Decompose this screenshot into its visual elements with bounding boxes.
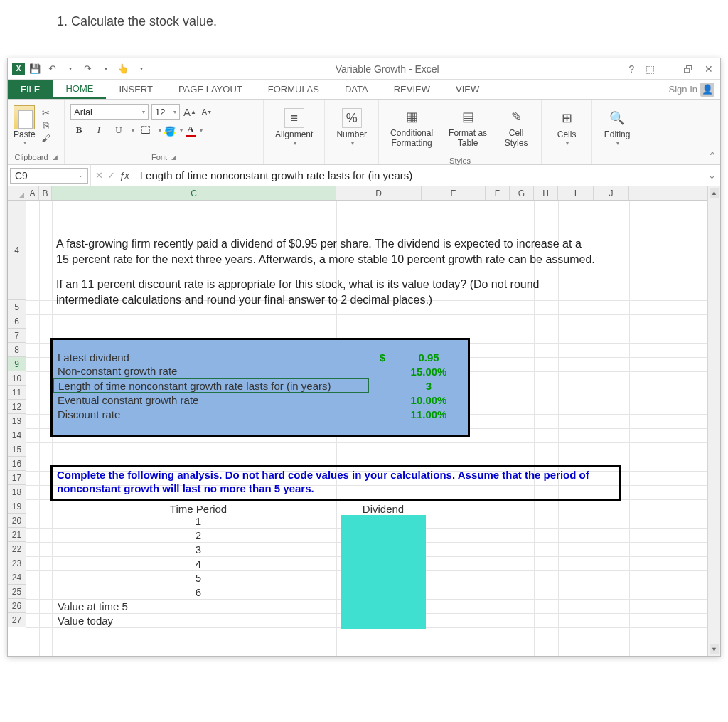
fill-color-button[interactable]: 🪣 bbox=[164, 126, 176, 134]
cell-c20[interactable]: 3 bbox=[56, 543, 341, 558]
font-name-select[interactable]: Arial▾ bbox=[70, 104, 149, 120]
cell-d20[interactable] bbox=[341, 543, 426, 558]
name-box-caret-icon[interactable]: ⌄ bbox=[78, 172, 83, 179]
tab-page-layout[interactable]: PAGE LAYOUT bbox=[166, 80, 255, 99]
help-icon[interactable]: ? bbox=[626, 63, 637, 75]
select-all-button[interactable] bbox=[8, 186, 26, 201]
grow-font-icon[interactable]: A▲ bbox=[183, 104, 197, 120]
tab-view[interactable]: VIEW bbox=[443, 80, 492, 99]
row-11[interactable]: 11 bbox=[8, 386, 26, 400]
cell-styles-button[interactable]: ✎ Cell Styles bbox=[497, 102, 535, 152]
cancel-formula-icon[interactable]: ✕ bbox=[95, 170, 103, 181]
underline-caret-icon[interactable]: ▾ bbox=[132, 127, 134, 134]
tab-review[interactable]: REVIEW bbox=[381, 80, 443, 99]
cell-d9[interactable]: 3 bbox=[390, 378, 468, 393]
undo-icon[interactable]: ↶ bbox=[45, 62, 59, 76]
cell-c11[interactable]: Discount rate bbox=[53, 407, 368, 421]
shrink-font-icon[interactable]: A▼ bbox=[200, 104, 214, 120]
row-12[interactable]: 12 bbox=[8, 400, 26, 414]
cell-c25[interactable]: Value today bbox=[56, 615, 341, 629]
row-23[interactable]: 23 bbox=[8, 556, 26, 570]
restore-icon[interactable]: 🗗 bbox=[680, 63, 696, 75]
redo-icon[interactable]: ↷ bbox=[80, 62, 95, 76]
cell-d21[interactable] bbox=[341, 558, 426, 572]
row-19[interactable]: 19 bbox=[8, 499, 26, 514]
tab-data[interactable]: DATA bbox=[332, 80, 381, 99]
collapse-ribbon-icon[interactable]: ^ bbox=[705, 145, 720, 164]
cell-d22[interactable] bbox=[341, 572, 426, 586]
scroll-up-icon[interactable]: ▲ bbox=[710, 188, 719, 198]
vertical-scrollbar[interactable]: ▲ ▼ bbox=[707, 186, 720, 656]
row-16[interactable]: 16 bbox=[8, 457, 26, 471]
cell-d7[interactable]: 0.95 bbox=[390, 350, 468, 364]
row-headers[interactable]: 4 5 6 7 8 9 10 11 12 13 14 15 16 17 18 1… bbox=[8, 201, 26, 627]
format-painter-icon[interactable]: 🖌 bbox=[40, 133, 53, 144]
borders-caret-icon[interactable]: ▾ bbox=[159, 127, 161, 134]
cell-d24[interactable] bbox=[341, 600, 426, 615]
row-26[interactable]: 26 bbox=[8, 599, 26, 613]
column-headers[interactable]: A B C D E F G H I J bbox=[26, 186, 707, 201]
fontcolor-caret-icon[interactable]: ▾ bbox=[200, 127, 203, 134]
italic-button[interactable]: I bbox=[90, 122, 107, 138]
name-box[interactable]: C9⌄ bbox=[10, 168, 88, 184]
row-20[interactable]: 20 bbox=[8, 514, 26, 528]
row-21[interactable]: 21 bbox=[8, 528, 26, 542]
undo-caret-icon[interactable]: ▾ bbox=[63, 62, 77, 76]
scroll-down-icon[interactable]: ▼ bbox=[710, 644, 719, 654]
row-14[interactable]: 14 bbox=[8, 428, 26, 442]
row-4[interactable]: 4 bbox=[8, 201, 26, 300]
cell-c24[interactable]: Value at time 5 bbox=[56, 600, 341, 615]
tab-home[interactable]: HOME bbox=[53, 80, 106, 99]
row-17[interactable]: 17 bbox=[8, 471, 26, 485]
formula-input[interactable]: Length of time nonconstant growth rate l… bbox=[134, 169, 704, 181]
row-8[interactable]: 8 bbox=[8, 343, 26, 357]
col-d[interactable]: D bbox=[336, 186, 422, 200]
borders-button[interactable] bbox=[137, 122, 154, 138]
row-5[interactable]: 5 bbox=[8, 300, 26, 314]
col-f[interactable]: F bbox=[486, 186, 510, 200]
fill-caret-icon[interactable]: ▾ bbox=[180, 127, 183, 134]
cell-c21[interactable]: 4 bbox=[56, 558, 341, 572]
row-7[interactable]: 7 bbox=[8, 329, 26, 343]
copy-icon[interactable]: ⎘ bbox=[40, 120, 53, 132]
row-24[interactable]: 24 bbox=[8, 570, 26, 585]
row-13[interactable]: 13 bbox=[8, 414, 26, 428]
insert-function-icon[interactable]: ƒx bbox=[119, 170, 129, 181]
cell-c23[interactable]: 6 bbox=[56, 586, 341, 600]
cell-d23[interactable] bbox=[341, 586, 426, 600]
cells-button[interactable]: ⊞ Cells ▾ bbox=[547, 102, 586, 152]
tab-file[interactable]: FILE bbox=[8, 80, 53, 99]
conditional-formatting-button[interactable]: ▦ Conditional Formatting bbox=[385, 102, 439, 152]
cell-c8[interactable]: Non-constant growth rate bbox=[53, 364, 368, 378]
sign-in-button[interactable]: Sign In 👤 bbox=[663, 80, 720, 99]
cell-c9-selected[interactable]: Length of time nonconstant growth rate l… bbox=[53, 378, 368, 393]
enter-formula-icon[interactable]: ✓ bbox=[107, 170, 115, 181]
cell-d8[interactable]: 15.00% bbox=[390, 364, 468, 378]
close-icon[interactable]: ✕ bbox=[702, 63, 716, 75]
underline-button[interactable]: U bbox=[110, 122, 127, 138]
cell-c18[interactable]: 1 bbox=[56, 515, 341, 529]
row-25[interactable]: 25 bbox=[8, 585, 26, 599]
font-launcher-icon[interactable]: ◢ bbox=[171, 154, 176, 161]
col-e[interactable]: E bbox=[422, 186, 486, 200]
alignment-button[interactable]: ≡ Alignment ▾ bbox=[269, 102, 318, 152]
expand-formula-bar-icon[interactable]: ⌄ bbox=[704, 170, 720, 181]
paste-caret-icon[interactable]: ▾ bbox=[23, 139, 26, 146]
cell-d10[interactable]: 10.00% bbox=[390, 393, 468, 407]
touch-mode-icon[interactable]: 👆 bbox=[116, 62, 130, 76]
col-a[interactable]: A bbox=[26, 186, 39, 200]
editing-button[interactable]: 🔍 Editing ▾ bbox=[598, 102, 636, 152]
cell-d25[interactable] bbox=[341, 615, 426, 629]
font-color-button[interactable]: A bbox=[186, 124, 196, 137]
cell-c10[interactable]: Eventual constant growth rate bbox=[53, 393, 368, 407]
bold-button[interactable]: B bbox=[70, 122, 87, 138]
row-22[interactable]: 22 bbox=[8, 542, 26, 556]
cut-icon[interactable]: ✂ bbox=[40, 107, 53, 119]
font-size-select[interactable]: 12▾ bbox=[151, 104, 180, 120]
cell-c19[interactable]: 2 bbox=[56, 529, 341, 543]
cell-d19[interactable] bbox=[341, 529, 426, 543]
minimize-icon[interactable]: – bbox=[663, 63, 675, 75]
row-6[interactable]: 6 bbox=[8, 314, 26, 329]
col-g[interactable]: G bbox=[510, 186, 534, 200]
row-9[interactable]: 9 bbox=[8, 357, 26, 371]
